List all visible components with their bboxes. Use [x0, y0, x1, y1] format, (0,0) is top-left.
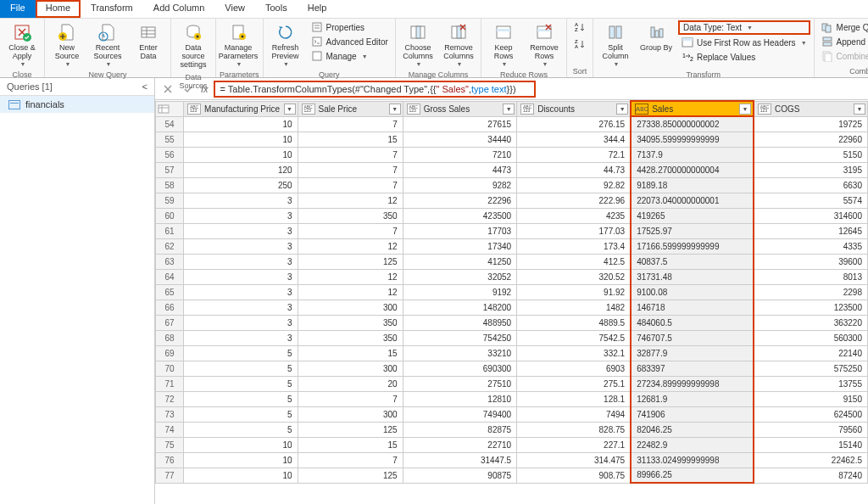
column-filter-button[interactable]: ▼ [284, 104, 296, 115]
cell[interactable]: 9192 [403, 284, 516, 300]
cell[interactable]: 5 [184, 376, 298, 391]
row-number[interactable]: 66 [156, 300, 184, 315]
column-header-sale-price[interactable]: ABC123Sale Price▼ [298, 101, 403, 116]
row-number[interactable]: 62 [156, 238, 184, 254]
row-number[interactable]: 73 [156, 406, 184, 422]
cell[interactable]: 7 [298, 177, 403, 193]
cell[interactable]: 10 [184, 468, 298, 483]
cell[interactable]: 7 [298, 391, 403, 406]
cell[interactable]: 275.1 [517, 376, 631, 391]
cell[interactable]: 300 [298, 361, 403, 376]
table-row[interactable]: 6033504235004235419265314600 [156, 208, 868, 223]
column-filter-button[interactable]: ▼ [739, 104, 751, 115]
manage-button[interactable]: Manage▼ [308, 49, 392, 63]
cell[interactable]: 9100.08 [631, 284, 754, 300]
column-header-gross-sales[interactable]: ABC123Gross Sales▼ [403, 101, 516, 116]
row-number[interactable]: 63 [156, 254, 184, 269]
menu-home[interactable]: Home [36, 0, 81, 18]
row-number[interactable]: 75 [156, 437, 184, 452]
menu-add-column[interactable]: Add Column [143, 0, 215, 18]
cell[interactable]: 5 [184, 406, 298, 422]
menu-help[interactable]: Help [298, 0, 337, 18]
table-row[interactable]: 582507928292.829189.186630 [156, 177, 868, 193]
cell[interactable]: 560300 [754, 330, 868, 345]
cell[interactable]: 22073.040000000001 [631, 193, 754, 208]
cell[interactable]: 7 [298, 147, 403, 162]
column-type-icon[interactable]: ABC123 [407, 104, 420, 115]
new-source-button[interactable]: New Source▼ [48, 20, 86, 69]
cell[interactable]: 22710 [403, 437, 516, 452]
row-number[interactable]: 59 [156, 193, 184, 208]
cell[interactable]: 177.03 [517, 223, 631, 238]
merge-queries-button[interactable]: Merge Queries▼ [818, 20, 868, 34]
table-row[interactable]: 571207447344.734428.27000000000043195 [156, 162, 868, 177]
table-row[interactable]: 55101534440344.434095.59999999999922960 [156, 132, 868, 147]
cell[interactable]: 120 [184, 162, 298, 177]
cell[interactable]: 575250 [754, 361, 868, 376]
table-row[interactable]: 6431232052320.5231731.488013 [156, 269, 868, 284]
cell[interactable]: 227.1 [517, 437, 631, 452]
column-type-icon[interactable]: ABC123 [187, 104, 201, 115]
query-item-financials[interactable]: financials [0, 96, 154, 113]
cell[interactable]: 1482 [517, 300, 631, 315]
table-row[interactable]: 75101522710227.122482.915140 [156, 437, 868, 452]
cell[interactable]: 222.96 [517, 193, 631, 208]
cell[interactable]: 92.82 [517, 177, 631, 193]
cell[interactable]: 22296 [403, 193, 516, 208]
cell[interactable]: 5 [184, 345, 298, 361]
cell[interactable]: 12645 [754, 223, 868, 238]
table-row[interactable]: 7053006903006903683397575250 [156, 361, 868, 376]
cell[interactable]: 3 [184, 254, 298, 269]
column-header-manufacturing-price[interactable]: ABC123Manufacturing Price▼ [184, 101, 298, 116]
cell[interactable]: 3 [184, 223, 298, 238]
cell[interactable]: 7494 [517, 406, 631, 422]
cell[interactable]: 33210 [403, 345, 516, 361]
cell[interactable]: 3 [184, 300, 298, 315]
cancel-formula-button[interactable] [160, 81, 175, 97]
choose-columns-button[interactable]: Choose Columns▼ [399, 20, 437, 69]
close-apply-button[interactable]: Close & Apply▼ [3, 20, 41, 69]
row-number[interactable]: 65 [156, 284, 184, 300]
cell[interactable]: 754250 [403, 330, 516, 345]
row-number[interactable]: 69 [156, 345, 184, 361]
cell[interactable]: 32877.9 [631, 345, 754, 361]
cell[interactable]: 7137.9 [631, 147, 754, 162]
cell[interactable]: 123500 [754, 300, 868, 315]
cell[interactable]: 314.475 [517, 452, 631, 468]
row-number[interactable]: 76 [156, 452, 184, 468]
cell[interactable]: 12 [298, 284, 403, 300]
cell[interactable]: 7542.5 [517, 330, 631, 345]
cell[interactable]: 13755 [754, 376, 868, 391]
cell[interactable]: 17525.97 [631, 223, 754, 238]
cell[interactable]: 82875 [403, 422, 516, 437]
menu-view[interactable]: View [214, 0, 255, 18]
cell[interactable]: 749400 [403, 406, 516, 422]
cell[interactable]: 34440 [403, 132, 516, 147]
refresh-preview-button[interactable]: Refresh Preview▼ [267, 20, 304, 69]
cell[interactable]: 173.4 [517, 238, 631, 254]
table-row[interactable]: 65312919291.929100.082298 [156, 284, 868, 300]
cell[interactable]: 10 [184, 116, 298, 132]
row-number[interactable]: 68 [156, 330, 184, 345]
cell[interactable]: 9189.18 [631, 177, 754, 193]
cell[interactable]: 15 [298, 437, 403, 452]
cell[interactable]: 89966.25 [631, 468, 754, 483]
cell[interactable]: 6630 [754, 177, 868, 193]
cell[interactable]: 27338.850000000002 [631, 116, 754, 132]
enter-data-button[interactable]: Enter Data [130, 20, 167, 63]
cell[interactable]: 7 [298, 162, 403, 177]
cell[interactable]: 4335 [754, 238, 868, 254]
row-number[interactable]: 55 [156, 132, 184, 147]
column-header-discounts[interactable]: ABC123Discounts▼ [517, 101, 631, 116]
data-source-settings-button[interactable]: Data source settings [175, 20, 212, 71]
row-header-corner[interactable] [156, 101, 184, 116]
manage-parameters-button[interactable]: Manage Parameters▼ [220, 20, 257, 69]
row-number[interactable]: 77 [156, 468, 184, 483]
row-number[interactable]: 60 [156, 208, 184, 223]
cell[interactable]: 22140 [754, 345, 868, 361]
row-number[interactable]: 67 [156, 315, 184, 330]
formula-input[interactable]: = Table.TransformColumnTypes(#"Changed T… [214, 81, 536, 98]
cell[interactable]: 12 [298, 238, 403, 254]
recent-sources-button[interactable]: Recent Sources▼ [89, 20, 126, 69]
cell[interactable]: 15 [298, 345, 403, 361]
